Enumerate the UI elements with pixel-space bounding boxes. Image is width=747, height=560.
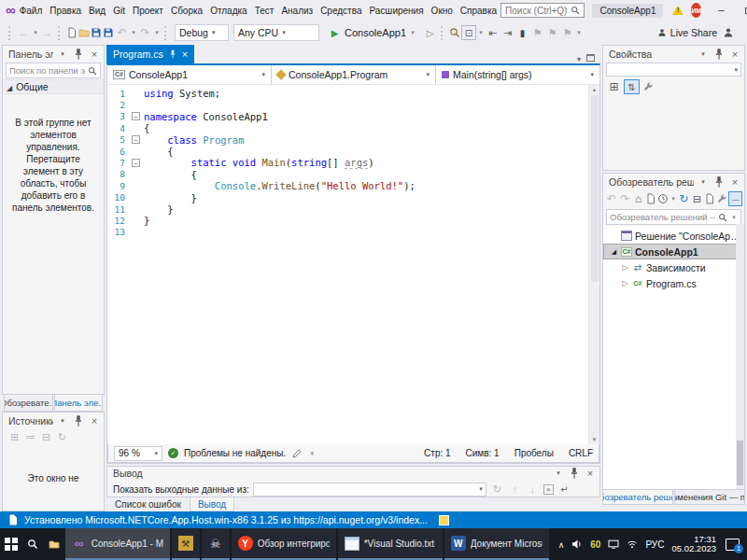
increase-indent-icon[interactable] [500, 25, 514, 40]
tray-expand-icon[interactable] [558, 539, 565, 550]
previous-bookmark-icon[interactable] [530, 25, 544, 40]
menu-item[interactable]: Справка [457, 4, 500, 18]
previous-message-icon[interactable] [508, 482, 522, 497]
tree-expander-icon[interactable] [610, 248, 618, 256]
fold-marker-icon[interactable] [132, 170, 140, 178]
start-without-debugging-icon[interactable] [423, 25, 437, 40]
fold-marker-icon[interactable] [132, 147, 140, 156]
dock-tab[interactable]: Обозревате... [4, 395, 53, 412]
window-position-icon[interactable] [697, 48, 710, 61]
fold-marker-icon[interactable] [132, 193, 140, 202]
document-list-caret-icon[interactable] [577, 52, 581, 63]
window-position-icon[interactable] [56, 414, 69, 427]
new-file-icon[interactable] [66, 27, 78, 38]
dock-tab[interactable]: Обозреватель реше... [602, 490, 673, 505]
navigate-forward-icon[interactable] [40, 25, 54, 40]
chevron-down-icon[interactable] [308, 446, 316, 461]
clear-bookmarks-icon[interactable] [560, 25, 574, 40]
solution-scrollbar[interactable] [736, 224, 744, 489]
taskbar-app-button[interactable]: *Visual Studio.txt - ... [338, 528, 443, 560]
file-explorer-button[interactable] [43, 528, 64, 560]
refresh-icon[interactable] [490, 482, 504, 497]
toolbox-search-box[interactable]: Поиск по панели элемен [6, 63, 101, 78]
property-pages-icon[interactable] [642, 81, 654, 92]
notification-warning-icon[interactable] [672, 6, 684, 15]
pen-icon[interactable] [291, 448, 303, 459]
menu-item[interactable]: Сборка [167, 4, 206, 18]
pending-changes-filter-icon[interactable] [657, 193, 669, 204]
pin-icon[interactable] [712, 48, 726, 61]
menu-item[interactable]: Окно [428, 4, 457, 18]
window-position-icon[interactable] [56, 48, 69, 61]
find-in-files-icon[interactable] [449, 27, 460, 38]
alphabetical-sort-icon[interactable] [624, 79, 640, 94]
output-source-dropdown[interactable]: ▾ [253, 483, 486, 497]
menu-item[interactable]: Git [109, 4, 129, 18]
clear-all-icon[interactable] [543, 484, 554, 495]
bookmarks-caret-icon[interactable] [575, 25, 583, 40]
tree-item[interactable]: ConsoleApp1 [603, 244, 744, 259]
menu-item[interactable]: Проект [129, 4, 167, 18]
save-all-icon[interactable] [103, 27, 114, 38]
menu-item[interactable]: Средства [317, 4, 365, 18]
caret-line-indicator[interactable]: Стр: 1 [424, 448, 450, 458]
categorized-view-icon[interactable] [607, 79, 621, 94]
fold-marker-icon[interactable] [132, 124, 140, 133]
code-cleanup-caret-icon[interactable] [477, 25, 485, 40]
refresh-icon[interactable] [678, 191, 690, 206]
maximize-button[interactable] [735, 0, 747, 21]
menu-item[interactable]: Тест [251, 4, 278, 18]
next-message-icon[interactable] [526, 482, 540, 497]
language-indicator[interactable]: РУС [645, 539, 664, 550]
network-icon[interactable] [627, 539, 638, 550]
forward-icon[interactable] [618, 191, 630, 206]
scrollbar-thumb[interactable] [591, 95, 599, 282]
undo-caret-icon[interactable] [130, 25, 137, 40]
word-wrap-icon[interactable] [557, 482, 571, 497]
float-window-icon[interactable] [586, 54, 595, 62]
fold-marker-icon[interactable] [132, 135, 140, 144]
open-file-icon[interactable] [78, 27, 90, 38]
platform-dropdown[interactable]: Any CPU▾ [233, 24, 319, 41]
spaces-indicator[interactable]: Пробелы [514, 448, 554, 458]
pin-icon[interactable] [72, 48, 85, 61]
window-position-icon[interactable] [697, 175, 710, 189]
save-icon[interactable] [91, 27, 102, 38]
scroll-down-icon[interactable] [589, 435, 599, 444]
taskbar-app-button[interactable] [202, 528, 230, 560]
refresh-icon[interactable] [55, 429, 69, 444]
close-icon[interactable] [88, 48, 101, 61]
taskbar-app-button[interactable]: Обзор интегриров... [232, 528, 336, 560]
fold-marker-icon[interactable] [132, 101, 140, 109]
toolbar-grip[interactable] [8, 26, 13, 40]
start-button[interactable] [0, 528, 21, 560]
menu-item[interactable]: Вид [85, 4, 109, 18]
problems-status[interactable]: Проблемы не найдены. [184, 448, 286, 458]
project-dropdown[interactable]: C# ConsoleApp1 ▾ [107, 65, 272, 84]
account-avatar[interactable]: ИМ [691, 3, 701, 18]
window-position-icon[interactable] [552, 467, 565, 480]
fold-marker-icon[interactable] [132, 112, 140, 120]
close-icon[interactable] [88, 414, 101, 427]
taskbar-app-button[interactable]: ConsoleApp1 - Mic... [65, 528, 170, 560]
menu-item[interactable]: Правка [46, 4, 85, 18]
tree-item[interactable]: Решение "ConsoleApp1" (проекты: 1 из 1) [603, 228, 744, 244]
tree-item[interactable]: Зависимости [603, 259, 744, 275]
fold-marker-icon[interactable] [132, 228, 140, 236]
close-icon[interactable] [182, 49, 188, 60]
solution-name-badge[interactable]: ConsoleApp1 [592, 4, 663, 18]
redo-caret-icon[interactable] [153, 25, 161, 40]
clock[interactable]: 17:31 05.02.2023 [671, 535, 716, 554]
live-share-button[interactable]: Live Share [657, 27, 717, 38]
collapse-all-icon[interactable] [691, 191, 703, 206]
code-editor-surface[interactable]: 1using System;23namespace ConsoleApp14{5… [107, 85, 599, 444]
menu-item[interactable]: Отладка [206, 4, 251, 18]
scrollbar-thumb[interactable] [737, 441, 743, 485]
object-selector-dropdown[interactable]: ▾ [606, 63, 741, 77]
configuration-dropdown[interactable]: Debug▾ [175, 24, 229, 41]
type-dropdown[interactable]: ConsoleApp1.Program ▾ [272, 65, 436, 84]
caret-column-indicator[interactable]: Симв: 1 [466, 448, 500, 458]
toolbar-grip[interactable] [441, 26, 445, 40]
back-icon[interactable] [605, 191, 617, 206]
start-debugging-button[interactable]: ConsoleApp1 [324, 23, 420, 42]
